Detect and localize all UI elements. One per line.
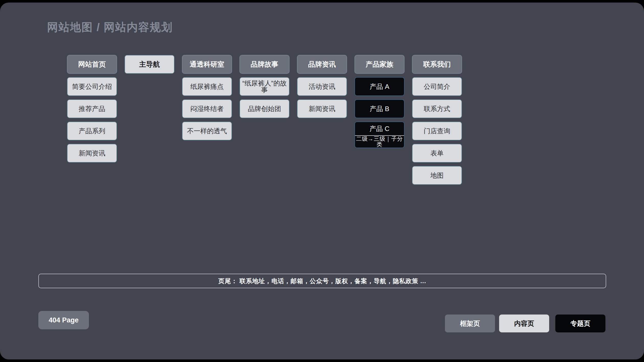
column-header[interactable]: 品牌资讯 <box>297 55 347 74</box>
page-node-label: 产品 C <box>355 122 404 136</box>
column-header[interactable]: 品牌故事 <box>239 55 290 74</box>
page-node[interactable]: 不一样的透气 <box>182 122 232 140</box>
sitemap-column-3: 通透科研室纸尿裤痛点闷湿终结者不一样的透气 <box>182 55 232 144</box>
page-404-node[interactable]: 404 Page <box>38 311 89 329</box>
sitemap-column-5: 品牌资讯活动资讯新闻资讯 <box>297 55 347 122</box>
column-header[interactable]: 通透科研室 <box>182 55 232 74</box>
page-title: 网站地图 / 网站内容规划 <box>47 20 173 35</box>
column-header[interactable]: 主导航 <box>124 55 175 74</box>
page-node[interactable]: 产品系列 <box>67 122 117 140</box>
page-node[interactable]: 活动资讯 <box>297 77 347 96</box>
footer-bar: 页尾： 联系地址，电话，邮箱，公众号，版权，备案，导航，隐私政策 ... <box>38 274 606 288</box>
page-node[interactable]: 新闻资讯 <box>297 99 347 118</box>
footer-label: 页尾： 联系地址，电话，邮箱，公众号，版权，备案，导航，隐私政策 ... <box>218 277 426 285</box>
page-node[interactable]: “纸尿裤人”的故事 <box>239 77 290 96</box>
page-node[interactable]: 纸尿裤痛点 <box>182 77 232 96</box>
page-node[interactable]: 简要公司介绍 <box>67 77 117 96</box>
column-header[interactable]: 联系我们 <box>412 55 462 74</box>
page-node[interactable]: 联系方式 <box>412 99 462 118</box>
page-node[interactable]: 表单 <box>412 144 462 163</box>
sitemap-canvas: 网站地图 / 网站内容规划 网站首页简要公司介绍推荐产品产品系列新闻资讯主导航通… <box>0 0 644 362</box>
page-node[interactable]: 推荐产品 <box>67 99 117 118</box>
page-node[interactable]: 公司简介 <box>412 77 462 96</box>
sitemap-column-2: 主导航 <box>124 55 175 77</box>
legend-content-page[interactable]: 内容页 <box>499 315 549 332</box>
page-node-sublabel: 二级→三级｜子分类 <box>355 136 404 148</box>
sitemap-column-1: 网站首页简要公司介绍推荐产品产品系列新闻资讯 <box>67 55 117 166</box>
column-header[interactable]: 网站首页 <box>67 55 117 74</box>
column-header[interactable]: 产品家族 <box>354 55 405 74</box>
page-node[interactable]: 产品 A <box>354 77 405 96</box>
page-node[interactable]: 门店查询 <box>412 122 462 140</box>
page-node[interactable]: 地图 <box>412 166 462 185</box>
legend-special-page[interactable]: 专题页 <box>555 315 605 332</box>
sitemap-columns: 网站首页简要公司介绍推荐产品产品系列新闻资讯主导航通透科研室纸尿裤痛点闷湿终结者… <box>67 55 462 188</box>
legend-frame-page[interactable]: 框架页 <box>445 315 495 332</box>
sitemap-column-7: 联系我们公司简介联系方式门店查询表单地图 <box>412 55 462 188</box>
page-node[interactable]: 闷湿终结者 <box>182 99 232 118</box>
sitemap-column-4: 品牌故事“纸尿裤人”的故事品牌创始团 <box>239 55 290 122</box>
page-node[interactable]: 产品 B <box>354 99 405 118</box>
page-node[interactable]: 新闻资讯 <box>67 144 117 163</box>
page-node[interactable]: 产品 C二级→三级｜子分类 <box>354 122 405 148</box>
page-node[interactable]: 品牌创始团 <box>239 99 290 118</box>
sitemap-column-6: 产品家族产品 A产品 B产品 C二级→三级｜子分类 <box>354 55 405 151</box>
